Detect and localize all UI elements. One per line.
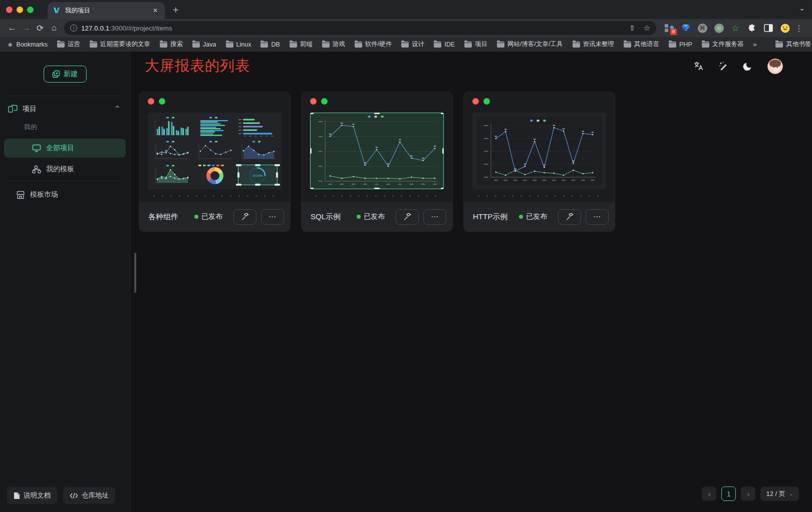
back-icon[interactable]: ← bbox=[5, 23, 19, 33]
bookmark-star-icon[interactable]: ☆ bbox=[644, 24, 650, 33]
bookmark-folder[interactable]: 文件服务器 bbox=[702, 40, 744, 49]
sidebar-divider bbox=[8, 181, 122, 181]
address-bar[interactable]: i 127.0.0.1:3000/#/project/items ⇧ ☆ bbox=[64, 21, 656, 35]
reload-icon[interactable]: ⟳ bbox=[33, 23, 47, 34]
extension-grid-icon[interactable]: ◆ 9 bbox=[664, 23, 674, 33]
more-options-button[interactable]: ⋯ bbox=[423, 209, 446, 225]
edit-hammer-button[interactable] bbox=[396, 209, 419, 225]
folder-icon bbox=[322, 42, 330, 48]
more-options-button[interactable]: ⋯ bbox=[586, 209, 609, 225]
mini-chart-vbars bbox=[151, 116, 192, 138]
extension-emoji-icon[interactable] bbox=[780, 23, 790, 33]
bookmark-folder[interactable]: 搜索 bbox=[160, 40, 183, 49]
project-card[interactable]: HTTP示例 已发布 ⋯ bbox=[463, 92, 615, 232]
magic-wand-icon[interactable] bbox=[718, 61, 728, 71]
sidebar-item-label: 我的模板 bbox=[46, 165, 74, 174]
bookmark-folder[interactable]: 前端 bbox=[290, 40, 313, 49]
chevron-up-icon[interactable]: ⌃ bbox=[114, 104, 121, 114]
bookmark-folder[interactable]: 近期需要读的文章 bbox=[90, 40, 150, 49]
browser-window: 我的项目 ✕ ＋ ⌄ ← → ⟳ ⌂ i 127.0.0.1:3000/#/pr… bbox=[0, 0, 812, 512]
extensions-puzzle-icon[interactable] bbox=[747, 23, 757, 33]
user-avatar[interactable] bbox=[767, 59, 783, 74]
docs-button[interactable]: 说明文档 bbox=[7, 487, 57, 504]
bookmark-folder[interactable]: Linux bbox=[226, 41, 251, 48]
side-panel-icon[interactable] bbox=[763, 23, 773, 33]
new-project-button[interactable]: 新建 bbox=[44, 66, 87, 83]
page-size-label: 12 / 页 bbox=[766, 489, 785, 498]
extension-star-icon[interactable]: ☆ bbox=[730, 23, 740, 33]
project-preview[interactable] bbox=[472, 113, 606, 189]
share-icon[interactable]: ⇧ bbox=[629, 24, 636, 33]
scrollbar-thumb[interactable] bbox=[134, 253, 136, 293]
repo-button[interactable]: 仓库地址 bbox=[63, 487, 115, 504]
extension-record-icon[interactable] bbox=[714, 23, 724, 33]
mini-chart-area2 bbox=[151, 164, 192, 186]
current-page-button[interactable]: 1 bbox=[721, 486, 736, 501]
bookmark-folder-label: 搜索 bbox=[170, 40, 183, 49]
svg-text:25.00%: 25.00% bbox=[252, 174, 263, 177]
bookmark-folder[interactable]: Java bbox=[192, 41, 216, 48]
bookmark-folder[interactable]: 项目 bbox=[464, 40, 487, 49]
extension-cmd-icon[interactable]: ⌘ bbox=[697, 23, 707, 33]
next-page-button[interactable]: › bbox=[741, 486, 755, 501]
folder-icon bbox=[355, 42, 362, 48]
prev-page-button[interactable]: ‹ bbox=[702, 486, 716, 501]
bookmark-folder-label: 近期需要读的文章 bbox=[100, 40, 150, 49]
browser-menu-icon[interactable]: ⋮ bbox=[793, 24, 807, 33]
sidebar-item-my-templates[interactable]: 我的模板 bbox=[4, 160, 126, 179]
caret-down-icon: ⌄ bbox=[789, 490, 793, 497]
maximize-window-button[interactable] bbox=[27, 7, 34, 13]
folder-icon bbox=[401, 42, 409, 48]
bookmark-folder[interactable]: 资讯未整理 bbox=[573, 40, 615, 49]
home-icon[interactable]: ⌂ bbox=[47, 23, 61, 33]
card-footer: HTTP示例 已发布 ⋯ bbox=[464, 202, 615, 231]
status-label: 已发布 bbox=[201, 212, 222, 221]
project-card[interactable]: SQL示例 已发布 ⋯ bbox=[301, 92, 453, 232]
extension-gem-icon[interactable] bbox=[681, 23, 691, 33]
bookmarks-overflow-icon[interactable]: » bbox=[753, 41, 756, 48]
edit-hammer-button[interactable] bbox=[233, 209, 256, 225]
sidebar-section-project[interactable]: 项目 ⌃ bbox=[0, 96, 130, 121]
dark-mode-moon-icon[interactable] bbox=[743, 61, 753, 71]
project-preview[interactable]: 25.00% bbox=[148, 113, 282, 189]
bookmark-folder[interactable]: PHP bbox=[669, 41, 692, 48]
project-preview[interactable] bbox=[310, 113, 444, 189]
bookmarks-manager[interactable]: ★ Bookmarks bbox=[7, 41, 48, 49]
other-bookmarks-folder[interactable]: 其他书签 bbox=[775, 40, 811, 49]
browser-tab[interactable]: 我的项目 ✕ bbox=[48, 2, 165, 19]
forward-icon[interactable]: → bbox=[19, 23, 33, 33]
page-size-select[interactable]: 12 / 页 ⌄ bbox=[760, 486, 799, 501]
more-options-button[interactable]: ⋯ bbox=[261, 209, 284, 225]
tab-search-icon[interactable]: ⌄ bbox=[799, 4, 805, 12]
minimize-window-button[interactable] bbox=[17, 7, 23, 13]
bookmark-folder[interactable]: 运营 bbox=[57, 40, 80, 49]
bookmark-folder-label: Linux bbox=[236, 41, 251, 48]
mini-chart-hbars bbox=[194, 116, 235, 138]
bookmark-folder[interactable]: IDE bbox=[434, 41, 455, 48]
bookmark-folder[interactable]: 游戏 bbox=[322, 40, 345, 49]
other-bookmarks-label: 其他书签 bbox=[786, 40, 811, 49]
tab-close-icon[interactable]: ✕ bbox=[151, 6, 160, 15]
main-content: 大屏报表的列表 bbox=[130, 52, 812, 512]
new-tab-button[interactable]: ＋ bbox=[171, 3, 180, 16]
bookmark-folder[interactable]: 其他语言 bbox=[624, 40, 659, 49]
bookmark-folder[interactable]: 设计 bbox=[401, 40, 424, 49]
close-window-button[interactable] bbox=[6, 7, 13, 13]
sidebar-item-template-market[interactable]: 模板市场 bbox=[4, 185, 126, 204]
card-title: 各种组件 bbox=[148, 212, 194, 222]
folder-icon bbox=[226, 42, 233, 48]
bookmark-folder[interactable]: DB bbox=[260, 41, 280, 48]
project-card[interactable]: 25.00% 各种组件 已发布 ⋯ bbox=[139, 92, 291, 232]
language-icon[interactable] bbox=[694, 61, 704, 71]
site-info-icon[interactable]: i bbox=[70, 25, 77, 32]
bookmarks-bar: ★ Bookmarks 运营近期需要读的文章搜索JavaLinuxDB前端游戏软… bbox=[0, 37, 812, 52]
bookmark-folder[interactable]: 网站/博客/文章/工具 bbox=[497, 40, 563, 49]
folder-icon bbox=[775, 42, 783, 48]
folder-icon bbox=[290, 42, 297, 48]
edit-hammer-button[interactable] bbox=[558, 209, 581, 225]
sidebar-item-all-projects[interactable]: 全部项目 bbox=[4, 139, 126, 158]
folder-icon bbox=[90, 42, 97, 48]
bookmark-folder[interactable]: 软件/硬件 bbox=[355, 40, 392, 49]
cmd-glyph: ⌘ bbox=[698, 24, 707, 33]
new-project-label: 新建 bbox=[64, 70, 78, 79]
